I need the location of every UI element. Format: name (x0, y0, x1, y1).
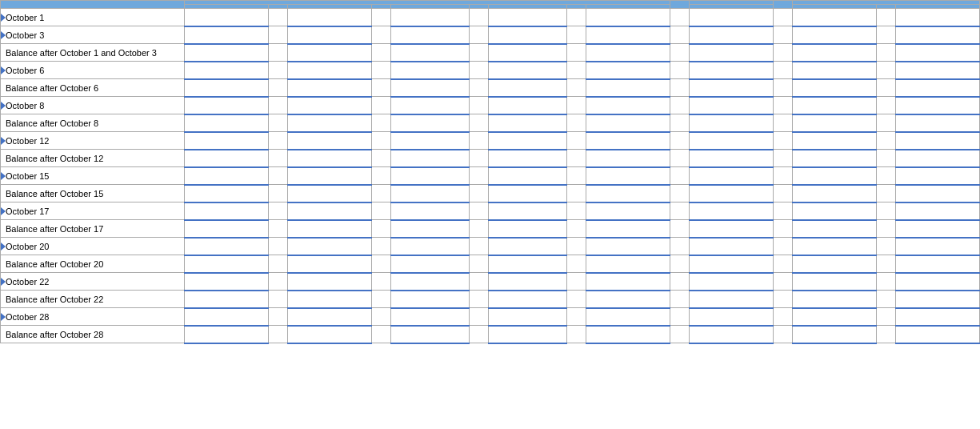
value-cell[interactable] (690, 220, 774, 238)
cell-input-field[interactable] (391, 327, 470, 343)
cell-input-field[interactable] (690, 27, 773, 43)
value-cell[interactable] (390, 62, 470, 79)
cell-input-field[interactable] (793, 256, 876, 272)
value-cell[interactable] (895, 167, 979, 185)
value-cell[interactable] (895, 326, 979, 343)
value-cell[interactable] (185, 291, 269, 308)
value-cell[interactable] (488, 114, 567, 132)
value-cell[interactable] (690, 44, 774, 62)
cell-input-field[interactable] (690, 291, 773, 307)
cell-input-field[interactable] (690, 203, 773, 219)
cell-input-field[interactable] (391, 221, 470, 237)
cell-input-field[interactable] (793, 168, 876, 184)
value-cell[interactable] (488, 202, 567, 220)
cell-input-field[interactable] (793, 133, 876, 149)
value-cell[interactable] (488, 273, 567, 291)
value-cell[interactable] (185, 202, 269, 220)
value-cell[interactable] (287, 308, 371, 326)
value-cell[interactable] (586, 220, 670, 238)
value-cell[interactable] (488, 220, 567, 238)
value-cell[interactable] (690, 114, 774, 132)
value-cell[interactable] (488, 238, 567, 255)
value-cell[interactable] (185, 273, 269, 291)
value-cell[interactable] (287, 114, 371, 132)
cell-input-field[interactable] (185, 98, 268, 114)
value-cell[interactable] (895, 291, 979, 308)
value-cell[interactable] (895, 238, 979, 255)
value-cell[interactable] (287, 273, 371, 291)
cell-input-field[interactable] (489, 62, 567, 78)
value-cell[interactable] (287, 26, 371, 44)
cell-input-field[interactable] (391, 133, 470, 149)
value-cell[interactable] (586, 26, 670, 44)
value-cell[interactable] (390, 97, 470, 114)
value-cell[interactable] (792, 132, 876, 150)
value-cell[interactable] (287, 62, 371, 79)
value-cell[interactable] (390, 26, 470, 44)
value-cell[interactable] (895, 26, 979, 44)
cell-input-field[interactable] (489, 186, 567, 202)
cell-input-field[interactable] (288, 62, 371, 78)
value-cell[interactable] (690, 308, 774, 326)
cell-input-field[interactable] (185, 239, 268, 255)
cell-input-field[interactable] (896, 309, 979, 325)
cell-input-field[interactable] (690, 62, 773, 78)
cell-input-field[interactable] (586, 98, 670, 114)
value-cell[interactable] (792, 185, 876, 202)
cell-input-field[interactable] (896, 168, 979, 184)
value-cell[interactable] (792, 220, 876, 238)
value-cell[interactable] (488, 132, 567, 150)
value-cell[interactable] (488, 26, 567, 44)
value-cell[interactable] (792, 26, 876, 44)
cell-input-field[interactable] (288, 133, 371, 149)
cell-input-field[interactable] (185, 45, 268, 61)
value-cell[interactable] (792, 167, 876, 185)
value-cell[interactable] (185, 97, 269, 114)
cell-input-field[interactable] (288, 291, 371, 307)
cell-input-field[interactable] (690, 150, 773, 166)
cell-input-field[interactable] (896, 239, 979, 255)
value-cell[interactable] (895, 202, 979, 220)
cell-input-field[interactable] (489, 203, 567, 219)
cell-input-field[interactable] (896, 274, 979, 290)
cell-input-field[interactable] (896, 45, 979, 61)
cell-input-field[interactable] (391, 115, 470, 131)
value-cell[interactable] (287, 202, 371, 220)
value-cell[interactable] (185, 185, 269, 202)
value-cell[interactable] (488, 79, 567, 97)
value-cell[interactable] (586, 150, 670, 167)
cell-input-field[interactable] (288, 221, 371, 237)
cell-input-field[interactable] (690, 9, 773, 26)
value-cell[interactable] (792, 79, 876, 97)
cell-input-field[interactable] (586, 239, 670, 255)
value-cell[interactable] (895, 273, 979, 291)
cell-input-field[interactable] (793, 150, 876, 166)
cell-input-field[interactable] (288, 274, 371, 290)
value-cell[interactable] (390, 185, 470, 202)
value-cell[interactable] (185, 220, 269, 238)
value-cell[interactable] (287, 167, 371, 185)
cell-input-field[interactable] (793, 309, 876, 325)
cell-input-field[interactable] (489, 150, 567, 166)
cell-input-field[interactable] (690, 45, 773, 61)
value-cell[interactable] (690, 238, 774, 255)
value-cell[interactable] (792, 202, 876, 220)
value-cell[interactable] (792, 238, 876, 255)
value-cell[interactable] (586, 114, 670, 132)
cell-input-field[interactable] (489, 45, 567, 61)
value-cell[interactable] (895, 185, 979, 202)
cell-input-field[interactable] (288, 239, 371, 255)
value-cell[interactable] (792, 273, 876, 291)
cell-input-field[interactable] (793, 239, 876, 255)
value-cell[interactable] (792, 114, 876, 132)
value-cell[interactable] (792, 44, 876, 62)
value-cell[interactable] (690, 150, 774, 167)
value-cell[interactable] (690, 291, 774, 308)
value-cell[interactable] (488, 185, 567, 202)
value-cell[interactable] (895, 132, 979, 150)
cell-input-field[interactable] (489, 98, 567, 114)
cell-input-field[interactable] (690, 168, 773, 184)
value-cell[interactable] (690, 326, 774, 343)
value-cell[interactable] (287, 291, 371, 308)
cell-input-field[interactable] (185, 203, 268, 219)
